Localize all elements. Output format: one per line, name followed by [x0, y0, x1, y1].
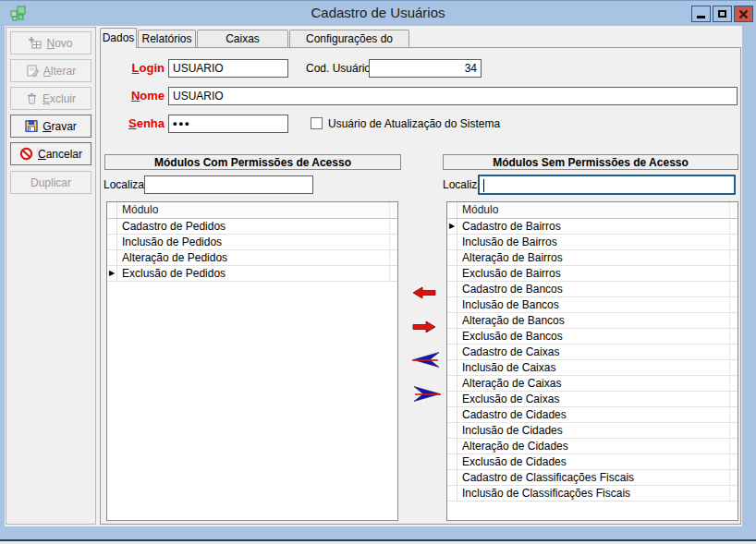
- left-table-body: Cadastro de PedidosInclusão de PedidosAl…: [107, 219, 397, 282]
- cancelar-button[interactable]: Cancelar: [10, 142, 91, 165]
- table-row[interactable]: ▶Exclusão de Pedidos: [107, 266, 397, 282]
- table-row[interactable]: Inclusão de Caixas: [447, 360, 738, 376]
- row-indicator: [447, 345, 457, 359]
- window-title: Cadastro de Usuários: [0, 0, 756, 26]
- tab-relatorios-label: Relatórios: [141, 32, 191, 45]
- table-row[interactable]: Cadastro de Bancos: [447, 282, 738, 297]
- table-row[interactable]: Alteração de Bairros: [447, 250, 738, 266]
- row-indicator: [447, 486, 457, 501]
- row-indicator: [107, 235, 117, 249]
- module-cell: Inclusão de Bairros: [462, 235, 738, 250]
- module-cell: Alteração de Caixas: [462, 376, 738, 392]
- close-icon: [738, 9, 749, 19]
- row-indicator: [447, 470, 457, 485]
- row-indicator: [107, 250, 117, 265]
- table-row[interactable]: Exclusão de Caixas: [447, 392, 738, 407]
- header-indicator-cell: [447, 202, 457, 218]
- action-sidebar: Novo Alterar Excluir: [6, 27, 96, 525]
- table-row[interactable]: Exclusão de Bairros: [447, 266, 738, 282]
- row-indicator: [447, 392, 457, 406]
- tab-relatorios[interactable]: Relatórios: [138, 30, 196, 47]
- titlebar[interactable]: Cadastro de Usuários: [0, 0, 756, 26]
- module-cell: Exclusão de Cidades: [462, 454, 738, 470]
- module-cell: Exclusão de Bairros: [462, 266, 738, 282]
- update-user-checkbox[interactable]: [311, 117, 323, 129]
- duplicar-button[interactable]: Duplicar: [10, 171, 91, 194]
- table-row[interactable]: Cadastro de Pedidos: [107, 219, 397, 235]
- row-indicator: [447, 407, 457, 422]
- table-row[interactable]: Alteração de Pedidos: [107, 250, 397, 266]
- left-localizar-input[interactable]: [144, 175, 313, 194]
- table-row[interactable]: Alteração de Cidades: [447, 439, 738, 454]
- header-indicator-cell: [107, 202, 117, 218]
- right-localizar-input[interactable]: [478, 175, 736, 195]
- table-row[interactable]: Cadastro de Caixas: [447, 345, 738, 360]
- alterar-button-label: Alterar: [43, 65, 76, 78]
- senha-field[interactable]: •••: [168, 115, 288, 133]
- table-row[interactable]: Exclusão de Cidades: [447, 454, 738, 470]
- table-row[interactable]: Cadastro de Cidades: [447, 407, 738, 423]
- cancel-icon: [19, 147, 33, 161]
- left-modules-table: Módulo Cadastro de PedidosInclusão de Pe…: [106, 201, 398, 521]
- red-arrow-right-icon: [412, 320, 436, 333]
- module-cell: Cadastro de Classificações Fiscais: [462, 470, 738, 486]
- alterar-button[interactable]: Alterar: [10, 59, 91, 82]
- edit-icon: [26, 65, 39, 77]
- right-table-header: Módulo: [447, 202, 738, 219]
- cancelar-button-label: Cancelar: [38, 148, 82, 161]
- row-indicator: [447, 250, 457, 265]
- row-indicator: [447, 439, 457, 453]
- table-row[interactable]: Inclusão de Pedidos: [107, 235, 397, 250]
- row-indicator: [447, 423, 457, 438]
- table-row[interactable]: Exclusão de Bancos: [447, 329, 738, 345]
- tab-dados[interactable]: Dados: [100, 28, 137, 48]
- module-cell: Inclusão de Bancos: [462, 297, 738, 313]
- row-indicator: [447, 235, 457, 249]
- table-row[interactable]: Inclusão de Classificações Fiscais: [447, 486, 738, 502]
- duplicar-button-label: Duplicar: [30, 176, 71, 189]
- module-cell: Alteração de Bairros: [462, 250, 738, 266]
- tab-caixas-autorizados[interactable]: Caixas Autorizados: [197, 30, 288, 47]
- table-row[interactable]: ▶Cadastro de Bairros: [447, 219, 738, 235]
- save-floppy-icon: [25, 120, 38, 132]
- module-cell: Inclusão de Pedidos: [122, 235, 397, 250]
- row-indicator: [447, 313, 457, 328]
- table-row[interactable]: Inclusão de Bairros: [447, 235, 738, 250]
- module-cell: Cadastro de Bancos: [462, 282, 738, 297]
- right-table-body: ▶Cadastro de BairrosInclusão de BairrosA…: [447, 219, 738, 502]
- row-indicator: ▶: [107, 266, 117, 281]
- table-row[interactable]: Alteração de Caixas: [447, 376, 738, 392]
- module-cell: Cadastro de Caixas: [462, 345, 738, 360]
- move-all-left-button[interactable]: [412, 351, 444, 369]
- text-caret: [483, 179, 484, 192]
- move-selected-left-button[interactable]: [412, 286, 444, 305]
- module-cell: Cadastro de Cidades: [462, 407, 738, 423]
- left-column-header: Módulo: [122, 202, 397, 218]
- application-window: Cadastro de Usuários Novo: [0, 0, 756, 544]
- maximize-button[interactable]: [713, 6, 732, 22]
- module-cell: Cadastro de Bairros: [462, 219, 738, 235]
- tab-configuracoes-usuario[interactable]: Configurações do Usuário: [289, 30, 409, 47]
- module-cell: Exclusão de Bancos: [462, 329, 738, 345]
- cod-usuario-field[interactable]: 34: [369, 59, 482, 78]
- row-indicator: [447, 329, 457, 344]
- minimize-icon: [697, 16, 705, 18]
- right-modules-table: Módulo ▶Cadastro de BairrosInclusão de B…: [446, 201, 738, 521]
- excluir-button[interactable]: Excluir: [10, 87, 91, 110]
- trash-icon: [26, 92, 38, 104]
- nome-field[interactable]: USUARIO: [168, 87, 738, 105]
- left-panel-title: Módulos Com Permissões de Acesso: [104, 154, 401, 170]
- minimize-button[interactable]: [691, 6, 711, 22]
- table-row[interactable]: Cadastro de Classificações Fiscais: [447, 470, 738, 486]
- nome-label: Nome: [101, 89, 165, 103]
- move-all-right-button[interactable]: [412, 385, 444, 404]
- login-field[interactable]: USUARIO: [168, 59, 288, 78]
- row-indicator: [447, 282, 457, 296]
- move-selected-right-button[interactable]: [412, 320, 444, 339]
- close-button[interactable]: [734, 6, 753, 22]
- table-row[interactable]: Inclusão de Cidades: [447, 423, 738, 439]
- table-row[interactable]: Inclusão de Bancos: [447, 297, 738, 313]
- novo-button[interactable]: Novo: [10, 31, 91, 54]
- table-row[interactable]: Alteração de Bancos: [447, 313, 738, 329]
- gravar-button[interactable]: Gravar: [10, 115, 91, 138]
